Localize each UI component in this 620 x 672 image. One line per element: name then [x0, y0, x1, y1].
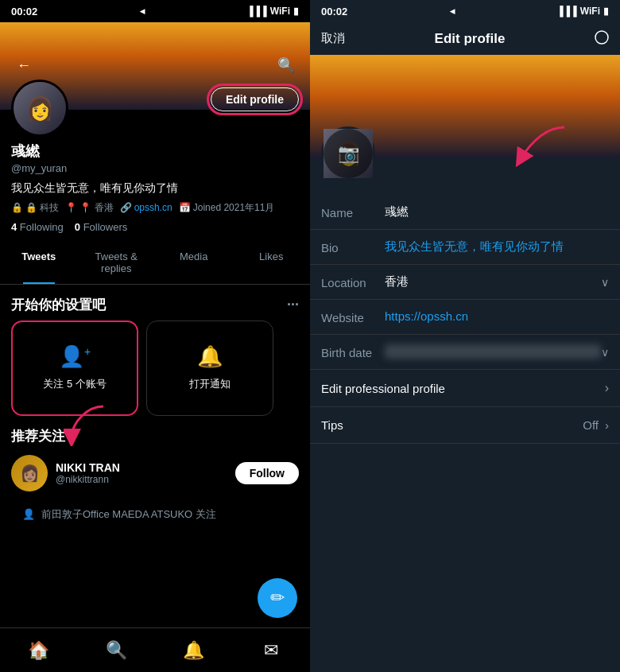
tab-tweets-replies[interactable]: Tweets & replies [78, 241, 156, 284]
avatar-edit-area: 👩 📷 [310, 126, 620, 181]
right-battery-icon: ▮ [603, 6, 609, 17]
website-label: Website [321, 309, 385, 324]
back-button[interactable]: ← [11, 52, 37, 78]
compose-button[interactable]: ✏ [258, 578, 297, 618]
name-value[interactable]: 彧繎 [385, 204, 609, 219]
left-status-icons: ▐▐▐ WiFi ▮ [246, 6, 299, 17]
meta-row: 🔒 🔒 科技 📍 📍 香港 🔗 opssh.cn 📅 Joined 2021年1… [11, 201, 299, 215]
left-location-icon: ◂ [140, 6, 145, 17]
following-stat[interactable]: 4 Following [11, 221, 64, 233]
setup-dots[interactable]: ··· [287, 297, 299, 313]
notification-bell-icon: 🔔 [197, 344, 223, 369]
right-location-icon: ◂ [450, 6, 455, 17]
followers-stat[interactable]: 0 Followers [75, 221, 127, 233]
setup-title: 开始你的设置吧 [11, 296, 106, 314]
follow-stats: 4 Following 0 Followers [11, 221, 299, 233]
left-status-bar: 00:02 ◂ ▐▐▐ WiFi ▮ [0, 0, 310, 22]
left-time: 00:02 [11, 6, 37, 17]
setup-cards: 👤+ 关注 5 个账号 🔔 打开通知 [0, 320, 310, 427]
avatar: 👩 [11, 80, 68, 137]
meta-website[interactable]: 🔗 opssh.cn [120, 202, 172, 213]
meta-tech: 🔒 🔒 科技 [11, 201, 59, 215]
calendar-icon: 📅 [179, 202, 191, 213]
sub-recommend-item: 👤 前田敦子Office MAEDA ATSUKO 关注 [11, 501, 299, 528]
recommend-section: 推荐关注 👩🏽 NIKKI TRAN @nikkittrann Follow 👤… [0, 427, 310, 528]
link-icon: 🔗 [120, 202, 132, 213]
camera-overlay: 📷 [324, 129, 373, 178]
location-value[interactable]: 香港 [385, 274, 601, 289]
display-name: 彧繎 [11, 142, 299, 161]
field-website: Website https://opssh.cn [310, 300, 620, 335]
recommend-item-nikki: 👩🏽 NIKKI TRAN @nikkittrann Follow [11, 455, 299, 491]
birthdate-chevron-icon: ∨ [601, 344, 609, 359]
red-arrow-follow [64, 398, 111, 449]
setup-card-notify[interactable]: 🔔 打开通知 [146, 320, 273, 416]
field-bio: Bio 我见众生皆无意，唯有见你动了情 [310, 230, 620, 265]
right-time: 00:02 [321, 6, 347, 17]
bio-label: Bio [321, 239, 385, 254]
professional-chevron-icon: › [605, 381, 609, 395]
right-panel: 00:02 ◂ ▐▐▐ WiFi ▮ 取消 Edit profile 👩 📷 [310, 0, 620, 672]
nikki-avatar: 👩🏽 [11, 455, 48, 491]
location-label: Location [321, 274, 385, 289]
professional-row[interactable]: Edit professional profile › [310, 370, 620, 407]
location-chevron-icon: ∨ [601, 274, 609, 289]
right-wifi-icon: WiFi [580, 6, 600, 17]
avatar-image: 👩 [14, 82, 66, 134]
meta-location: 📍 📍 香港 [65, 201, 113, 215]
recommend-title: 推荐关注 [11, 427, 299, 445]
tab-media[interactable]: Media [155, 241, 233, 284]
bottom-nav: 🏠 🔍 🔔 ✉ [0, 627, 310, 672]
camera-icon: 📷 [338, 143, 359, 164]
follow-accounts-icon: 👤+ [59, 344, 91, 369]
left-top-nav: ← 🔍 [0, 45, 310, 86]
right-signal-icon: ▐▐▐ [556, 6, 577, 17]
save-button[interactable] [595, 30, 609, 47]
tips-chevron-icon: › [605, 418, 609, 432]
nikki-handle: @nikkittrann [56, 474, 227, 485]
nikki-name: NIKKI TRAN [56, 461, 227, 474]
setup-card-follow-label: 关注 5 个账号 [37, 377, 112, 391]
tab-tweets[interactable]: Tweets [0, 241, 78, 284]
birthdate-label: Birth date [321, 344, 385, 359]
left-panel: 00:02 ◂ ▐▐▐ WiFi ▮ ← 🔍 👩 Edit profile 彧繎… [0, 0, 310, 672]
tab-likes[interactable]: Likes [233, 241, 311, 284]
nikki-info: NIKKI TRAN @nikkittrann [56, 461, 227, 485]
tips-value: Off [583, 418, 599, 432]
birthdate-value [385, 344, 601, 359]
profile-section: 👩 Edit profile 彧繎 @my_yuran 我见众生皆无意，唯有见你… [0, 80, 310, 233]
field-location: Location 香港 ∨ [310, 265, 620, 300]
tips-label: Tips [321, 418, 343, 432]
bio-value[interactable]: 我见众生皆无意，唯有见你动了情 [385, 239, 609, 254]
nav-messages[interactable]: ✉ [251, 631, 291, 670]
professional-label: Edit professional profile [321, 382, 445, 395]
setup-section-header: 开始你的设置吧 ··· [0, 285, 310, 320]
nav-home[interactable]: 🏠 [19, 631, 59, 670]
setup-card-notify-label: 打开通知 [183, 377, 237, 391]
avatar-edit[interactable]: 👩 📷 [321, 126, 375, 181]
profile-tabs: Tweets Tweets & replies Media Likes [0, 241, 310, 285]
right-status-icons: ▐▐▐ WiFi ▮ [556, 6, 609, 17]
field-birthdate: Birth date ∨ [310, 335, 620, 370]
tips-row[interactable]: Tips Off › [310, 407, 620, 444]
nav-search[interactable]: 🔍 [96, 631, 136, 670]
red-arrow-avatar [509, 123, 572, 174]
cancel-button[interactable]: 取消 [321, 31, 345, 46]
name-label: Name [321, 204, 385, 219]
left-signal-icon: ▐▐▐ [246, 6, 267, 17]
website-value[interactable]: https://opssh.cn [385, 309, 609, 323]
edit-profile-button[interactable]: Edit profile [211, 87, 299, 111]
lock-icon: 🔒 [11, 202, 23, 213]
nav-notifications[interactable]: 🔔 [174, 631, 214, 670]
left-battery-icon: ▮ [293, 6, 299, 17]
edit-profile-header: 取消 Edit profile [310, 22, 620, 55]
left-wifi-icon: WiFi [270, 6, 290, 17]
svg-point-0 [595, 31, 608, 44]
search-button[interactable]: 🔍 [273, 52, 299, 78]
tips-right: Off › [583, 418, 609, 432]
bio: 我见众生皆无意，唯有见你动了情 [11, 181, 299, 196]
website-link[interactable]: opssh.cn [134, 202, 172, 213]
person-icon: 👤 [22, 508, 35, 520]
username: @my_yuran [11, 162, 299, 174]
follow-nikki-button[interactable]: Follow [235, 462, 299, 484]
